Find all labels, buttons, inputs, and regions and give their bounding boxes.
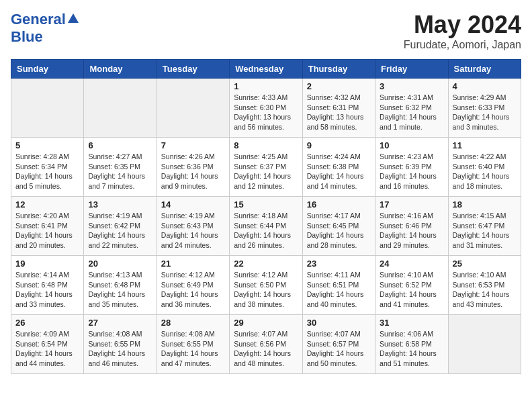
- cell-date-number: 1: [234, 81, 298, 91]
- weekday-header: Sunday: [11, 60, 84, 79]
- cell-info-text: Sunrise: 4:23 AM Sunset: 6:39 PM Dayligh…: [380, 152, 443, 191]
- calendar-cell: 18Sunrise: 4:15 AM Sunset: 6:47 PM Dayli…: [448, 197, 521, 256]
- calendar-cell: 20Sunrise: 4:13 AM Sunset: 6:48 PM Dayli…: [84, 256, 157, 315]
- cell-date-number: 28: [161, 318, 225, 328]
- calendar-cell: 11Sunrise: 4:22 AM Sunset: 6:40 PM Dayli…: [448, 138, 521, 197]
- cell-info-text: Sunrise: 4:12 AM Sunset: 6:49 PM Dayligh…: [161, 270, 225, 310]
- calendar-cell: 22Sunrise: 4:12 AM Sunset: 6:50 PM Dayli…: [230, 256, 302, 315]
- weekday-header: Wednesday: [230, 60, 302, 79]
- cell-date-number: 21: [161, 259, 225, 269]
- cell-date-number: 25: [453, 259, 517, 269]
- cell-info-text: Sunrise: 4:19 AM Sunset: 6:43 PM Dayligh…: [161, 211, 225, 250]
- cell-info-text: Sunrise: 4:22 AM Sunset: 6:40 PM Dayligh…: [453, 152, 517, 191]
- calendar-week-row: 19Sunrise: 4:14 AM Sunset: 6:48 PM Dayli…: [11, 256, 521, 315]
- calendar-week-row: 12Sunrise: 4:20 AM Sunset: 6:41 PM Dayli…: [11, 197, 521, 256]
- calendar-week-row: 1Sunrise: 4:33 AM Sunset: 6:30 PM Daylig…: [11, 79, 521, 138]
- calendar-cell: 1Sunrise: 4:33 AM Sunset: 6:30 PM Daylig…: [230, 79, 302, 138]
- cell-info-text: Sunrise: 4:10 AM Sunset: 6:52 PM Dayligh…: [380, 270, 443, 310]
- cell-info-text: Sunrise: 4:18 AM Sunset: 6:44 PM Dayligh…: [234, 211, 298, 250]
- cell-info-text: Sunrise: 4:28 AM Sunset: 6:34 PM Dayligh…: [15, 152, 79, 191]
- cell-info-text: Sunrise: 4:10 AM Sunset: 6:53 PM Dayligh…: [453, 270, 517, 310]
- cell-date-number: 19: [15, 259, 79, 269]
- cell-info-text: Sunrise: 4:26 AM Sunset: 6:36 PM Dayligh…: [161, 152, 225, 191]
- cell-info-text: Sunrise: 4:09 AM Sunset: 6:54 PM Dayligh…: [15, 329, 79, 369]
- weekday-header: Tuesday: [157, 60, 229, 79]
- cell-info-text: Sunrise: 4:07 AM Sunset: 6:57 PM Dayligh…: [307, 329, 371, 369]
- cell-date-number: 22: [234, 259, 298, 269]
- cell-date-number: 7: [161, 140, 225, 150]
- cell-date-number: 23: [307, 259, 371, 269]
- cell-info-text: Sunrise: 4:20 AM Sunset: 6:41 PM Dayligh…: [15, 211, 79, 250]
- cell-date-number: 10: [380, 140, 443, 150]
- cell-info-text: Sunrise: 4:25 AM Sunset: 6:37 PM Dayligh…: [234, 152, 298, 191]
- cell-date-number: 9: [307, 140, 371, 150]
- cell-date-number: 20: [88, 259, 152, 269]
- cell-date-number: 2: [307, 81, 371, 91]
- cell-info-text: Sunrise: 4:07 AM Sunset: 6:56 PM Dayligh…: [234, 329, 298, 369]
- cell-date-number: 14: [161, 199, 225, 210]
- calendar-cell: 17Sunrise: 4:16 AM Sunset: 6:46 PM Dayli…: [375, 197, 448, 256]
- calendar-cell: 25Sunrise: 4:10 AM Sunset: 6:53 PM Dayli…: [448, 256, 521, 315]
- cell-info-text: Sunrise: 4:08 AM Sunset: 6:55 PM Dayligh…: [161, 329, 225, 369]
- cell-date-number: 27: [88, 318, 152, 328]
- cell-info-text: Sunrise: 4:15 AM Sunset: 6:47 PM Dayligh…: [453, 211, 517, 250]
- cell-info-text: Sunrise: 4:33 AM Sunset: 6:30 PM Dayligh…: [234, 93, 298, 132]
- calendar-cell: 31Sunrise: 4:06 AM Sunset: 6:58 PM Dayli…: [375, 315, 448, 374]
- logo: General Blue: [11, 11, 79, 46]
- calendar-cell: 3Sunrise: 4:31 AM Sunset: 6:32 PM Daylig…: [375, 79, 448, 138]
- calendar-cell: [448, 315, 521, 374]
- cell-info-text: Sunrise: 4:13 AM Sunset: 6:48 PM Dayligh…: [88, 270, 152, 310]
- calendar-cell: 14Sunrise: 4:19 AM Sunset: 6:43 PM Dayli…: [157, 197, 229, 256]
- calendar-cell: 6Sunrise: 4:27 AM Sunset: 6:35 PM Daylig…: [84, 138, 157, 197]
- calendar-cell: 15Sunrise: 4:18 AM Sunset: 6:44 PM Dayli…: [230, 197, 302, 256]
- cell-info-text: Sunrise: 4:06 AM Sunset: 6:58 PM Dayligh…: [380, 329, 443, 369]
- cell-info-text: Sunrise: 4:31 AM Sunset: 6:32 PM Dayligh…: [380, 93, 443, 132]
- calendar-week-row: 5Sunrise: 4:28 AM Sunset: 6:34 PM Daylig…: [11, 138, 521, 197]
- weekday-header: Friday: [375, 60, 448, 79]
- cell-info-text: Sunrise: 4:08 AM Sunset: 6:55 PM Dayligh…: [88, 329, 152, 369]
- cell-date-number: 30: [307, 318, 371, 328]
- cell-date-number: 6: [88, 140, 152, 150]
- calendar-cell: 10Sunrise: 4:23 AM Sunset: 6:39 PM Dayli…: [375, 138, 448, 197]
- cell-date-number: 24: [380, 259, 443, 269]
- cell-date-number: 11: [453, 140, 517, 150]
- cell-date-number: 29: [234, 318, 298, 328]
- cell-info-text: Sunrise: 4:19 AM Sunset: 6:42 PM Dayligh…: [88, 211, 152, 250]
- calendar-cell: [11, 79, 84, 138]
- weekday-header: Thursday: [302, 60, 375, 79]
- cell-info-text: Sunrise: 4:29 AM Sunset: 6:33 PM Dayligh…: [453, 93, 517, 132]
- cell-date-number: 12: [15, 199, 79, 210]
- calendar-cell: 5Sunrise: 4:28 AM Sunset: 6:34 PM Daylig…: [11, 138, 84, 197]
- calendar-cell: 7Sunrise: 4:26 AM Sunset: 6:36 PM Daylig…: [157, 138, 229, 197]
- cell-info-text: Sunrise: 4:11 AM Sunset: 6:51 PM Dayligh…: [307, 270, 371, 310]
- calendar-cell: 30Sunrise: 4:07 AM Sunset: 6:57 PM Dayli…: [302, 315, 375, 374]
- calendar-cell: 26Sunrise: 4:09 AM Sunset: 6:54 PM Dayli…: [11, 315, 84, 374]
- cell-date-number: 26: [15, 318, 79, 328]
- calendar-cell: 27Sunrise: 4:08 AM Sunset: 6:55 PM Dayli…: [84, 315, 157, 374]
- cell-date-number: 3: [380, 81, 443, 91]
- logo-icon: [67, 12, 79, 24]
- calendar-cell: 24Sunrise: 4:10 AM Sunset: 6:52 PM Dayli…: [375, 256, 448, 315]
- weekday-header: Saturday: [448, 60, 521, 79]
- cell-info-text: Sunrise: 4:27 AM Sunset: 6:35 PM Dayligh…: [88, 152, 152, 191]
- calendar-cell: 4Sunrise: 4:29 AM Sunset: 6:33 PM Daylig…: [448, 79, 521, 138]
- calendar-cell: 21Sunrise: 4:12 AM Sunset: 6:49 PM Dayli…: [157, 256, 229, 315]
- cell-date-number: 8: [234, 140, 298, 150]
- cell-date-number: 4: [453, 81, 517, 91]
- logo-text: General: [11, 11, 66, 28]
- calendar-week-row: 26Sunrise: 4:09 AM Sunset: 6:54 PM Dayli…: [11, 315, 521, 374]
- calendar-cell: 23Sunrise: 4:11 AM Sunset: 6:51 PM Dayli…: [302, 256, 375, 315]
- calendar-cell: 9Sunrise: 4:24 AM Sunset: 6:38 PM Daylig…: [302, 138, 375, 197]
- cell-info-text: Sunrise: 4:12 AM Sunset: 6:50 PM Dayligh…: [234, 270, 298, 310]
- cell-date-number: 18: [453, 199, 517, 210]
- calendar-location: Furudate, Aomori, Japan: [404, 39, 521, 51]
- calendar-cell: [157, 79, 229, 138]
- cell-info-text: Sunrise: 4:14 AM Sunset: 6:48 PM Dayligh…: [15, 270, 79, 310]
- cell-info-text: Sunrise: 4:24 AM Sunset: 6:38 PM Dayligh…: [307, 152, 371, 191]
- calendar-cell: 16Sunrise: 4:17 AM Sunset: 6:45 PM Dayli…: [302, 197, 375, 256]
- calendar-header-row: SundayMondayTuesdayWednesdayThursdayFrid…: [11, 60, 521, 79]
- cell-date-number: 16: [307, 199, 371, 210]
- calendar-cell: 13Sunrise: 4:19 AM Sunset: 6:42 PM Dayli…: [84, 197, 157, 256]
- calendar-cell: 12Sunrise: 4:20 AM Sunset: 6:41 PM Dayli…: [11, 197, 84, 256]
- title-block: May 2024 Furudate, Aomori, Japan: [404, 11, 521, 51]
